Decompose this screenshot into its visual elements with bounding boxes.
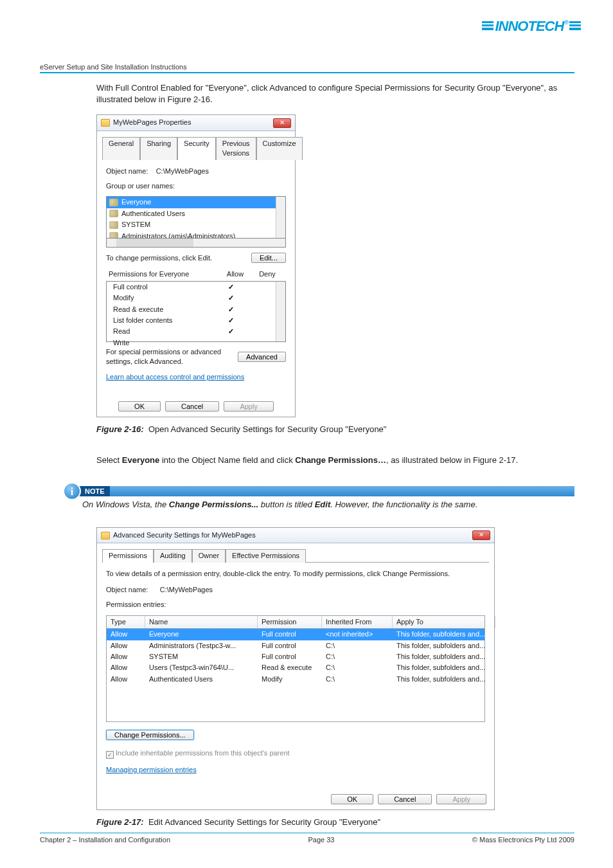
note-text: On Windows Vista, the Change Permissions… [67,496,574,511]
perm-read: Read [113,327,215,336]
table-row[interactable]: AllowAdministrators (Testpc3-w...Full co… [107,640,484,651]
allow-header: Allow [219,269,251,279]
perm-list: List folder contents [113,316,215,325]
close-icon[interactable]: ✕ [273,118,291,128]
checkmark-icon: ✓ [215,305,247,314]
footer-center: Page 33 [308,836,334,844]
scrollbar-vertical[interactable] [276,197,285,238]
col-type[interactable]: Type [107,616,145,628]
page-footer: Chapter 2 – Installation and Configurati… [40,833,574,844]
list-item-auth[interactable]: Authenticated Users [107,208,285,219]
group-icon [109,232,118,239]
ok-button[interactable]: OK [118,401,161,411]
tab-strip: General Sharing Security Previous Versio… [97,131,295,159]
perm-modify: Modify [113,293,215,303]
titlebar[interactable]: MyWebPages Properties ✕ [97,115,295,131]
list-item-everyone[interactable]: Everyone [107,197,285,208]
folder-icon [101,532,110,539]
footer-left: Chapter 2 – Installation and Configurati… [40,836,170,844]
perm-read-execute: Read & execute [113,305,215,314]
window-title: Advanced Security Settings for MyWebPage… [113,530,256,540]
properties-dialog: MyWebPages Properties ✕ General Sharing … [96,114,296,417]
table-row[interactable]: AllowEveryoneFull control<not inherited>… [107,629,484,640]
list-item-admins[interactable]: Administrators (amis\Administrators) [107,231,285,239]
group-icon [109,210,118,217]
close-icon[interactable]: ✕ [472,530,490,540]
cancel-button[interactable]: Cancel [378,794,432,804]
inherit-checkbox[interactable]: ✓ [106,751,114,759]
tab-permissions[interactable]: Permissions [102,549,154,562]
tab-previous-versions[interactable]: Previous Versions [216,137,256,160]
doc-title: eServer Setup and Site Installation Inst… [40,63,187,71]
scrollbar-horizontal[interactable] [106,238,286,248]
footer-right: © Mass Electronics Pty Ltd 2009 [472,836,574,844]
tab-auditing[interactable]: Auditing [154,549,192,562]
col-name[interactable]: Name [145,616,258,628]
list-item-system[interactable]: SYSTEM [107,219,285,230]
apply-button[interactable]: Apply [224,401,274,411]
tab-strip: Permissions Auditing Owner Effective Per… [97,543,494,561]
select-everyone-paragraph: Select Everyone into the Object Name fie… [96,455,578,466]
checkmark-icon: ✓ [215,293,247,303]
titlebar[interactable]: Advanced Security Settings for MyWebPage… [97,528,494,543]
change-permissions-text: To change permissions, click Edit. [106,253,212,263]
perm-write: Write [113,338,215,348]
figure-2-17-caption: Figure 2-17: Edit Advanced Security Sett… [96,817,578,828]
learn-link[interactable]: Learn about access control and permissio… [106,373,244,381]
folder-icon [101,119,110,127]
edit-button[interactable]: Edit... [251,253,286,263]
object-name-label: Object name: [106,167,148,175]
perm-full: Full control [113,282,215,292]
tab-customize[interactable]: Customize [256,137,303,160]
manage-link[interactable]: Managing permission entries [106,766,197,773]
group-listbox[interactable]: Everyone Authenticated Users SYSTEM Admi… [106,196,286,239]
table-row[interactable]: AllowAuthenticated UsersModifyC:\This fo… [107,674,484,685]
group-label: Group or user names: [106,181,286,191]
tab-owner[interactable]: Owner [192,549,226,562]
tab-general[interactable]: General [102,137,140,160]
tab-security[interactable]: Security [177,137,216,160]
checkmark-icon: ✓ [215,316,247,325]
footer-rule [40,833,574,833]
cancel-button[interactable]: Cancel [165,401,219,411]
advanced-button[interactable]: Advanced [238,352,286,362]
instruction-text: To view details of a permission entry, d… [106,569,485,579]
col-inherited[interactable]: Inherited From [322,616,393,628]
deny-header: Deny [251,269,283,279]
checkmark-icon: ✓ [215,327,247,336]
col-apply[interactable]: Apply To [393,616,495,628]
brand-logo: INNOTECH® [482,18,581,35]
table-header: Type Name Permission Inherited From Appl… [106,615,485,629]
object-name-value: C:\MyWebPages [156,167,209,175]
object-name-value: C:\MyWebPages [160,586,213,593]
change-permissions-button[interactable]: Change Permissions... [106,730,194,740]
tab-sharing[interactable]: Sharing [140,137,177,160]
apply-button[interactable]: Apply [436,794,486,804]
special-permissions-text: For special permissions or advanced sett… [106,347,233,367]
col-permission[interactable]: Permission [258,616,322,628]
group-icon [109,199,118,206]
ok-button[interactable]: OK [331,794,373,804]
inherit-label: Include inheritable permissions from thi… [116,749,290,757]
table-row[interactable]: AllowSYSTEMFull controlC:\This folder, s… [107,651,484,662]
tab-effective[interactable]: Effective Permissions [226,549,306,562]
permission-entries-table[interactable]: AllowEveryoneFull control<not inherited>… [106,629,485,722]
table-row[interactable]: AllowUsers (Testpc3-win764\U...Read & ex… [107,662,484,673]
note-block: i NOTE On Windows Vista, the Change Perm… [67,486,574,511]
checkmark-icon: ✓ [215,282,247,292]
info-icon: i [63,482,81,500]
checkmark-icon [215,338,247,348]
scrollbar-vertical[interactable] [276,282,285,341]
group-icon [109,221,118,229]
advanced-security-dialog: Advanced Security Settings for MyWebPage… [96,527,495,811]
figure-2-16-caption: Figure 2-16: Open Advanced Security Sett… [96,424,578,435]
permission-entries-label: Permission entries: [106,600,485,610]
permissions-list[interactable]: Full control✓ Modify✓ Read & execute✓ Li… [106,281,286,342]
object-name-label: Object name: [106,586,148,593]
permissions-title: Permissions for Everyone [109,269,219,279]
header-rule [40,72,574,73]
window-title: MyWebPages Properties [113,118,191,127]
intro-paragraph: With Full Control Enabled for "Everyone"… [96,82,578,105]
